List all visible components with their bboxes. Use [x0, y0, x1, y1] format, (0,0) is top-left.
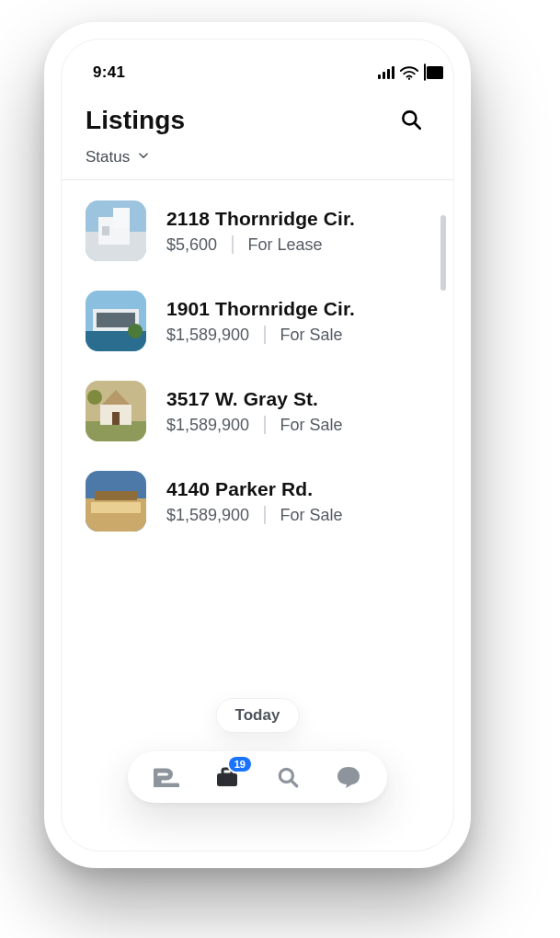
bottom-nav: 19 — [128, 751, 387, 803]
filter-status[interactable]: Status — [86, 148, 150, 166]
listing-meta: 3517 W. Gray St. $1,589,900 For Sale — [166, 388, 343, 435]
divider — [264, 506, 266, 524]
header: Listings — [62, 97, 453, 139]
nav-listings[interactable]: 19 — [212, 762, 242, 792]
divider — [232, 235, 234, 254]
svg-point-12 — [128, 324, 143, 338]
nav-badge: 19 — [229, 757, 251, 772]
listing-row[interactable]: 1901 Thornridge Cir. $1,589,900 For Sale — [62, 276, 453, 366]
battery-icon — [424, 64, 426, 81]
status-bar: 9:41 — [62, 49, 453, 97]
nav-chat[interactable] — [334, 762, 363, 792]
svg-rect-24 — [223, 769, 232, 774]
listing-price: $1,589,900 — [166, 506, 249, 525]
listing-thumb — [86, 471, 146, 532]
listing-meta: 4140 Parker Rd. $1,589,900 For Sale — [166, 478, 343, 525]
listing-thumb — [86, 381, 146, 441]
phone-frame: 9:41 — [44, 22, 471, 868]
svg-line-26 — [291, 781, 297, 786]
listing-row[interactable]: 3517 W. Gray St. $1,589,900 For Sale — [62, 366, 453, 456]
listing-address: 2118 Thornridge Cir. — [166, 208, 355, 230]
svg-point-18 — [87, 390, 102, 405]
listing-meta: 2118 Thornridge Cir. $5,600 For Lease — [166, 208, 355, 255]
chat-icon — [336, 765, 361, 789]
divider — [264, 416, 266, 434]
svg-point-0 — [408, 77, 410, 79]
listing-price: $1,589,900 — [166, 416, 249, 435]
screen: 9:41 — [61, 39, 454, 852]
stage: 9:41 — [0, 0, 560, 938]
listing-list[interactable]: 2118 Thornridge Cir. $5,600 For Lease — [62, 180, 453, 835]
listing-price: $1,589,900 — [166, 326, 249, 345]
search-button[interactable] — [393, 102, 429, 139]
filters-bar: Status — [62, 139, 453, 180]
listing-address: 4140 Parker Rd. — [166, 478, 343, 500]
divider — [264, 326, 266, 344]
status-time: 9:41 — [93, 63, 125, 82]
listing-row[interactable]: 4140 Parker Rd. $1,589,900 For Sale — [62, 456, 453, 546]
listing-thumb — [86, 200, 146, 261]
cellular-icon — [378, 66, 394, 79]
search-icon — [399, 108, 423, 134]
svg-rect-7 — [102, 226, 109, 235]
floating-today-pill[interactable]: Today — [216, 698, 300, 733]
search-icon — [276, 765, 300, 789]
svg-rect-21 — [91, 502, 141, 513]
listing-address: 3517 W. Gray St. — [166, 388, 343, 410]
svg-rect-22 — [95, 491, 137, 500]
listing-row[interactable]: 2118 Thornridge Cir. $5,600 For Lease — [62, 186, 453, 276]
svg-rect-11 — [97, 313, 135, 327]
svg-line-2 — [415, 122, 420, 128]
page-title: Listings — [86, 106, 185, 135]
chevron-down-icon — [137, 148, 150, 166]
nav-search[interactable] — [273, 762, 303, 792]
nav-home[interactable] — [152, 762, 181, 792]
svg-rect-17 — [112, 412, 120, 425]
listing-thumb — [86, 291, 146, 351]
wifi-icon — [400, 66, 418, 80]
svg-rect-6 — [113, 208, 130, 228]
scrollbar[interactable] — [440, 215, 446, 291]
listing-status: For Sale — [280, 326, 343, 345]
logo-icon — [154, 767, 179, 787]
listing-status: For Sale — [280, 416, 343, 435]
filter-status-label: Status — [86, 148, 130, 166]
listing-status: For Lease — [248, 235, 323, 255]
status-icons — [378, 64, 426, 81]
listing-address: 1901 Thornridge Cir. — [166, 298, 355, 320]
listing-price: $5,600 — [166, 235, 217, 255]
listing-meta: 1901 Thornridge Cir. $1,589,900 For Sale — [166, 298, 355, 345]
listing-status: For Sale — [280, 506, 343, 525]
